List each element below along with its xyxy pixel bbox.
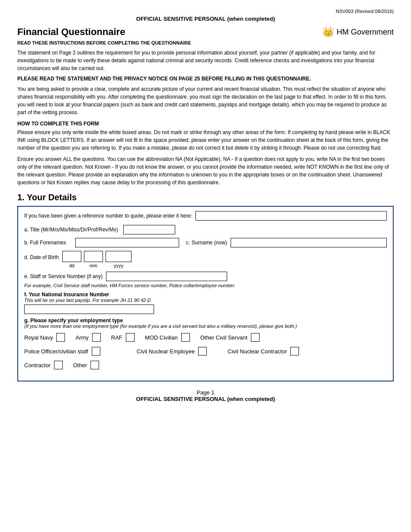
page-number: Page 1 — [17, 389, 394, 396]
mod-civilian-label: MOD Civilian — [145, 334, 178, 341]
ref-input[interactable] — [196, 211, 387, 221]
contractor-label: Contractor — [24, 362, 51, 369]
title-input[interactable] — [123, 225, 175, 234]
dob-label: d. Date of Birth — [24, 254, 59, 268]
employment-title: g. Please specify your employment type — [24, 317, 387, 324]
mod-civilian-checkbox[interactable] — [181, 333, 190, 342]
ni-sublabel: This will be on your last payslip. For e… — [24, 298, 387, 303]
forenames-label: b. Full Forenames — [24, 240, 72, 246]
civil-nuclear-employee-checkbox[interactable] — [198, 347, 207, 356]
emp-other: Other — [73, 361, 100, 369]
royal-navy-label: Royal Navy — [24, 334, 53, 341]
body-p5: Ensure you answer ALL the questions. You… — [17, 155, 394, 186]
civil-nuclear-employee-label: Civil Nuclear Employee — [137, 348, 195, 355]
other-civil-servant-label: Other Civil Servant — [200, 334, 247, 341]
section1-title: 1. Your Details — [17, 192, 394, 202]
staff-input[interactable] — [106, 272, 227, 281]
ni-label: f. Your National Insurance Number — [24, 292, 387, 298]
ref-label: If you have been given a reference numbe… — [24, 213, 192, 219]
dob-boxes: dd mm yyyy — [62, 251, 132, 268]
emp-contractor: Contractor — [24, 361, 63, 369]
employment-subtitle: (If you have more than one employment ty… — [24, 324, 387, 329]
dob-row: d. Date of Birth dd mm yyyy — [24, 251, 387, 268]
crown-icon: 👑 — [322, 26, 334, 38]
dob-yyyy-label: yyyy — [106, 263, 132, 268]
army-checkbox[interactable] — [92, 333, 101, 342]
staff-note: For example, Civil Service staff number,… — [24, 283, 387, 288]
emp-army: Army — [75, 333, 100, 342]
police-checkbox[interactable] — [92, 347, 100, 356]
emp-other-civil-servant: Other Civil Servant — [200, 333, 260, 342]
army-label: Army — [75, 334, 88, 341]
emp-police: Police Officer/civilian staff — [24, 347, 100, 356]
forenames-input[interactable] — [75, 238, 179, 247]
raf-checkbox[interactable] — [126, 333, 135, 342]
doc-ref: NSV003 (Revised 08/2016) — [17, 9, 394, 14]
name-row: b. Full Forenames c. Surname (now) — [24, 238, 387, 247]
emp-mod-civilian: MOD Civilian — [145, 333, 190, 342]
employment-row3: Contractor Other — [24, 361, 387, 369]
form-title: Financial Questionnaire — [17, 26, 125, 38]
body-p1: The statement on Page 2 outlines the req… — [17, 49, 394, 72]
instructions-header: READ THESE INSTRUCTIONS BEFORE COMPLETIN… — [17, 40, 394, 45]
body-p3: You are being asked to provide a clear, … — [17, 85, 394, 116]
police-label: Police Officer/civilian staff — [24, 348, 88, 355]
employment-section: g. Please specify your employment type (… — [24, 317, 387, 369]
employment-row1: Royal Navy Army RAF MOD Civilian Other C… — [24, 333, 387, 342]
section1-form: If you have been given a reference numbe… — [17, 206, 394, 381]
dob-mm-input[interactable] — [84, 251, 103, 262]
emp-civil-nuclear-employee: Civil Nuclear Employee — [137, 347, 207, 356]
dob-yyyy-input[interactable] — [106, 251, 132, 262]
ni-section: f. Your National Insurance Number This w… — [24, 292, 387, 314]
title-label: a. Title (Mr/Mrs/Ms/Miss/Dr/Prof/Rev/Mx) — [24, 227, 118, 233]
civil-nuclear-contractor-label: Civil Nuclear Contractor — [228, 348, 287, 355]
other-checkbox[interactable] — [90, 361, 99, 369]
emp-raf: RAF — [111, 333, 135, 342]
royal-navy-checkbox[interactable] — [56, 333, 65, 342]
surname-input[interactable] — [231, 238, 387, 247]
surname-label: c. Surname (now) — [186, 240, 227, 246]
page-footer: Page 1 OFFICIAL SENSITIVE PERSONAL (when… — [17, 389, 394, 402]
body-p4: Please ensure you only write inside the … — [17, 128, 394, 152]
raf-label: RAF — [111, 334, 122, 341]
ni-input[interactable] — [24, 304, 154, 314]
employment-row2: Police Officer/civilian staff Civil Nucl… — [24, 347, 387, 356]
dob-mm-label: mm — [84, 263, 103, 268]
dob-dd-label: dd — [62, 263, 81, 268]
dob-dd-input[interactable] — [62, 251, 81, 262]
how-to-header: HOW TO COMPLETE THIS FORM — [17, 121, 394, 127]
hm-gov-logo: 👑 HM Government — [322, 26, 394, 38]
staff-label: e. Staff or Service Number (if any) — [24, 273, 103, 279]
other-label: Other — [73, 362, 87, 369]
ref-row: If you have been given a reference numbe… — [24, 211, 387, 221]
emp-royal-navy: Royal Navy — [24, 333, 65, 342]
body-p2-bold: PLEASE READ THE STATEMENT AND THE PRIVAC… — [17, 76, 394, 82]
emp-civil-nuclear-contractor: Civil Nuclear Contractor — [228, 347, 299, 356]
footer-official-sensitive: OFFICIAL SENSITIVE PERSONAL (when comple… — [17, 396, 394, 402]
other-civil-servant-checkbox[interactable] — [251, 333, 260, 342]
official-sensitive-top: OFFICIAL SENSITIVE PERSONAL (when comple… — [17, 16, 394, 22]
civil-nuclear-contractor-checkbox[interactable] — [290, 347, 299, 356]
contractor-checkbox[interactable] — [54, 361, 63, 369]
staff-row: e. Staff or Service Number (if any) — [24, 272, 387, 281]
hm-gov-text: HM Government — [337, 28, 394, 37]
title-row: a. Title (Mr/Mrs/Ms/Miss/Dr/Prof/Rev/Mx) — [24, 225, 387, 234]
